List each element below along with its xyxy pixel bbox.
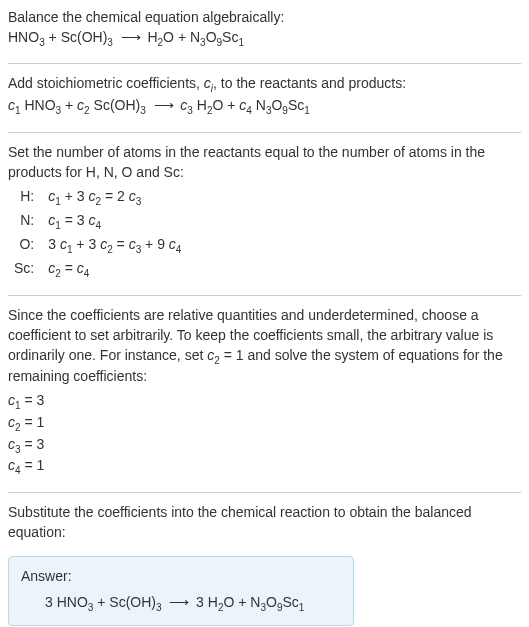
step-2: Add stoichiometric coefficients, ci, to …: [8, 74, 521, 118]
element-label: N:: [8, 210, 42, 234]
coefficient-value: c1 = 3: [8, 391, 521, 413]
element-label: H:: [8, 186, 42, 210]
step-4: Since the coefficients are relative quan…: [8, 306, 521, 478]
balance-equation: c1 = 3 c4: [42, 210, 187, 234]
coefficient-value: c2 = 1: [8, 413, 521, 435]
step-3: Set the number of atoms in the reactants…: [8, 143, 521, 281]
step-2-title: Add stoichiometric coefficients, ci, to …: [8, 74, 521, 96]
answer-box: Answer: 3 HNO3 + Sc(OH)3 ⟶ 3 H2O + N3O9S…: [8, 556, 354, 625]
step-4-title: Since the coefficients are relative quan…: [8, 306, 521, 387]
divider: [8, 492, 521, 493]
atom-balance-table: H:c1 + 3 c2 = 2 c3N:c1 = 3 c4O:3 c1 + 3 …: [8, 186, 187, 281]
answer-label: Answer:: [21, 567, 341, 587]
coefficient-value: c4 = 1: [8, 456, 521, 478]
table-row: H:c1 + 3 c2 = 2 c3: [8, 186, 187, 210]
step-1: Balance the chemical equation algebraica…: [8, 8, 521, 49]
table-row: Sc:c2 = c4: [8, 258, 187, 282]
step-1-equation: HNO3 + Sc(OH)3 ⟶ H2O + N3O9Sc1: [8, 28, 521, 50]
coefficient-value: c3 = 3: [8, 435, 521, 457]
balance-equation: c1 + 3 c2 = 2 c3: [42, 186, 187, 210]
step-1-title: Balance the chemical equation algebraica…: [8, 8, 521, 28]
step-2-equation: c1 HNO3 + c2 Sc(OH)3 ⟶ c3 H2O + c4 N3O9S…: [8, 96, 521, 118]
step-5-title: Substitute the coefficients into the che…: [8, 503, 521, 542]
element-label: O:: [8, 234, 42, 258]
element-label: Sc:: [8, 258, 42, 282]
answer-equation: 3 HNO3 + Sc(OH)3 ⟶ 3 H2O + N3O9Sc1: [21, 593, 341, 615]
step-3-title: Set the number of atoms in the reactants…: [8, 143, 521, 182]
divider: [8, 132, 521, 133]
step-5: Substitute the coefficients into the che…: [8, 503, 521, 542]
coefficient-list: c1 = 3c2 = 1c3 = 3c4 = 1: [8, 391, 521, 478]
table-row: O:3 c1 + 3 c2 = c3 + 9 c4: [8, 234, 187, 258]
divider: [8, 295, 521, 296]
balance-equation: c2 = c4: [42, 258, 187, 282]
balance-equation: 3 c1 + 3 c2 = c3 + 9 c4: [42, 234, 187, 258]
divider: [8, 63, 521, 64]
table-row: N:c1 = 3 c4: [8, 210, 187, 234]
